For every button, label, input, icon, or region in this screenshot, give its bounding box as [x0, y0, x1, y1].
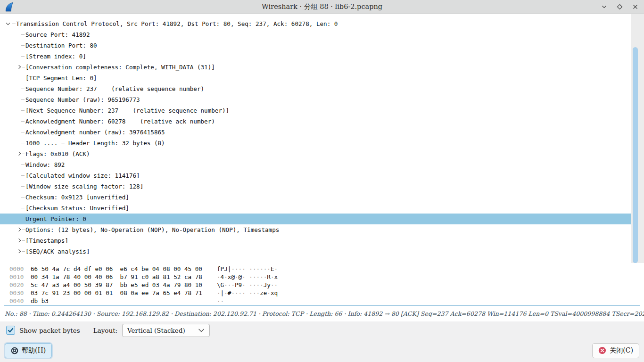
tree-row[interactable]: Acknowledgment number (raw): 3976415865: [0, 127, 631, 138]
chevron-right-icon[interactable]: [17, 152, 21, 156]
vertical-scrollbar[interactable]: [631, 14, 644, 263]
chevron-right-icon[interactable]: [17, 239, 21, 242]
layout-label: Layout:: [93, 327, 117, 334]
tree-row-label: [Calculated window size: 114176]: [25, 172, 140, 179]
diamond-icon: [617, 4, 623, 10]
tree-row[interactable]: Options: (12 bytes), No-Operation (NOP),…: [0, 224, 631, 235]
tree-row-label: 1000 .... = Header Length: 32 bytes (8): [25, 140, 165, 147]
hex-offset: 0040: [9, 297, 24, 305]
packet-bytes-pane: 000066 50 4a 7c d4 df e0 06 e6 c4 be 04 …: [0, 263, 644, 305]
wireshark-logo-icon: [4, 1, 15, 13]
show-packet-bytes-checkbox[interactable]: [6, 326, 15, 335]
tree-row[interactable]: Urgent Pointer: 0: [0, 214, 631, 224]
layout-select-value: Vertical (Stacked): [127, 327, 185, 334]
packet-detail-tree: Transmission Control Protocol, Src Port:…: [0, 14, 644, 263]
scrollbar-thumb[interactable]: [633, 47, 638, 263]
hex-bytes[interactable]: 66 50 4a 7c d4 df e0 06 e6 c4 be 04 08 0…: [31, 265, 206, 273]
tree-row[interactable]: Destination Port: 80: [0, 40, 631, 51]
hex-offset: 0000: [9, 265, 24, 273]
help-button[interactable]: 帮助(H): [5, 343, 52, 358]
hex-ascii[interactable]: \G···P9· ····Jy··: [217, 281, 278, 289]
chevron-right-icon[interactable]: [17, 65, 21, 69]
tree-row-label: [Window size scaling factor: 128]: [25, 183, 143, 190]
hex-ascii[interactable]: ·4·x@·@· ·····R·x: [217, 273, 278, 281]
close-button-label: 关闭(C): [610, 346, 633, 355]
tree-row-label: Destination Port: 80: [25, 42, 97, 49]
close-window-button[interactable]: [630, 2, 640, 12]
close-circle-icon: [598, 346, 606, 354]
tree-row-label: Sequence Number (raw): 965196773: [25, 96, 140, 103]
tree-row[interactable]: Acknowledgment Number: 60278 (relative a…: [0, 116, 631, 127]
tree-row-label: [Conversation completeness: Complete, WI…: [25, 64, 215, 71]
help-lifebuoy-icon: [11, 347, 18, 354]
tree-row[interactable]: Checksum: 0x9123 [unverified]: [0, 192, 631, 203]
layout-select[interactable]: Vertical (Stacked): [122, 324, 210, 337]
packet-summary-line: No.: 88 · Time: 0.244264130 · Source: 19…: [0, 306, 644, 321]
hex-bytes[interactable]: 00 34 1a 78 40 00 40 06 b7 91 c0 a8 81 5…: [31, 273, 206, 281]
hex-row[interactable]: 000066 50 4a 7c d4 df e0 06 e6 c4 be 04 …: [0, 265, 644, 273]
chevron-down-icon: [198, 329, 205, 332]
chevron-down-icon[interactable]: [6, 21, 10, 25]
close-button[interactable]: 关闭(C): [592, 343, 639, 358]
window-title: Wireshark · 分组 88 · lib6-2.pcapng: [262, 2, 382, 11]
hex-bytes[interactable]: 03 7c 91 23 00 00 01 01 08 0a ee 7a 65 e…: [31, 289, 206, 297]
window-controls: [599, 2, 640, 12]
tree-row[interactable]: [Checksum Status: Unverified]: [0, 203, 631, 214]
tree-row-label: Flags: 0x010 (ACK): [25, 150, 90, 157]
tree-row[interactable]: [Stream index: 0]: [0, 51, 631, 62]
tree-row-label: Options: (12 bytes), No-Operation (NOP),…: [25, 226, 279, 233]
tree-guide-line: [21, 32, 21, 255]
chevron-down-icon: [601, 4, 607, 10]
hex-offset: 0020: [9, 281, 24, 289]
tree-row-label: Urgent Pointer: 0: [25, 215, 86, 222]
tree-row-label: [Stream index: 0]: [25, 53, 86, 60]
tree-row[interactable]: Source Port: 41892: [0, 29, 631, 40]
hex-offset: 0010: [9, 273, 24, 281]
tree-row-label: [Timestamps]: [25, 237, 68, 244]
tree-row[interactable]: Sequence Number: 237 (relative sequence …: [0, 83, 631, 94]
hex-row[interactable]: 003003 7c 91 23 00 00 01 01 08 0a ee 7a …: [0, 289, 644, 297]
tree-row-label: Checksum: 0x9123 [unverified]: [25, 194, 129, 201]
maximize-window-button[interactable]: [614, 2, 625, 12]
checkmark-icon: [8, 328, 14, 333]
shade-window-button[interactable]: [599, 2, 609, 12]
hex-ascii[interactable]: ·|·#···· ···ze·xq: [217, 289, 278, 297]
hex-ascii[interactable]: fPJ|···· ······E·: [217, 265, 278, 273]
tree-row[interactable]: [Timestamps]: [0, 235, 631, 246]
titlebar: Wireshark · 分组 88 · lib6-2.pcapng: [0, 0, 644, 14]
chevron-right-icon[interactable]: [17, 249, 21, 253]
tree-row[interactable]: Flags: 0x010 (ACK): [0, 148, 631, 159]
tree-row[interactable]: [SEQ/ACK analysis]: [0, 246, 631, 257]
help-button-label: 帮助(H): [22, 346, 46, 355]
tree-row-label: Transmission Control Protocol, Src Port:…: [16, 20, 338, 27]
tree-row[interactable]: [Conversation completeness: Complete, WI…: [0, 62, 631, 73]
hex-offset: 0030: [9, 289, 24, 297]
tree-row-label: [Next Sequence Number: 237 (relative seq…: [25, 107, 229, 114]
hex-bytes[interactable]: db b3: [31, 297, 206, 305]
tree-row-label: Acknowledgment Number: 60278 (relative a…: [25, 118, 215, 125]
hex-bytes[interactable]: 5c 47 a3 a4 00 50 39 87 bb e5 ed 03 4a 7…: [31, 281, 206, 289]
tree-row[interactable]: 1000 .... = Header Length: 32 bytes (8): [0, 138, 631, 148]
tree-row-label: Source Port: 41892: [25, 31, 90, 38]
dialog-controls-row: Show packet bytes Layout: Vertical (Stac…: [0, 321, 644, 339]
hex-ascii[interactable]: ··: [217, 297, 224, 305]
chevron-right-icon[interactable]: [17, 228, 21, 231]
tree-row[interactable]: [Window size scaling factor: 128]: [0, 181, 631, 192]
hex-row[interactable]: 00205c 47 a3 a4 00 50 39 87 bb e5 ed 03 …: [0, 281, 644, 289]
tree-row-label: [TCP Segment Len: 0]: [25, 74, 97, 82]
hex-row[interactable]: 001000 34 1a 78 40 00 40 06 b7 91 c0 a8 …: [0, 273, 644, 281]
tree-row[interactable]: [Calculated window size: 114176]: [0, 170, 631, 181]
tree-row[interactable]: Sequence Number (raw): 965196773: [0, 94, 631, 105]
hex-row[interactable]: 0040db b3··: [0, 297, 644, 305]
tree-row[interactable]: [TCP Segment Len: 0]: [0, 73, 631, 83]
close-icon: [632, 4, 638, 10]
tree-row[interactable]: Window: 892: [0, 159, 631, 170]
tree-row-label: [SEQ/ACK analysis]: [25, 248, 90, 255]
tree-row[interactable]: Transmission Control Protocol, Src Port:…: [0, 18, 631, 29]
tree-row[interactable]: [Next Sequence Number: 237 (relative seq…: [0, 105, 631, 116]
tree-row-label: [Checksum Status: Unverified]: [25, 205, 129, 212]
dialog-button-row: 帮助(H) 关闭(C): [0, 339, 644, 362]
tree-row-label: Sequence Number: 237 (relative sequence …: [25, 85, 204, 92]
show-packet-bytes-label[interactable]: Show packet bytes: [19, 327, 80, 334]
tree-row-label: Window: 892: [25, 161, 65, 168]
